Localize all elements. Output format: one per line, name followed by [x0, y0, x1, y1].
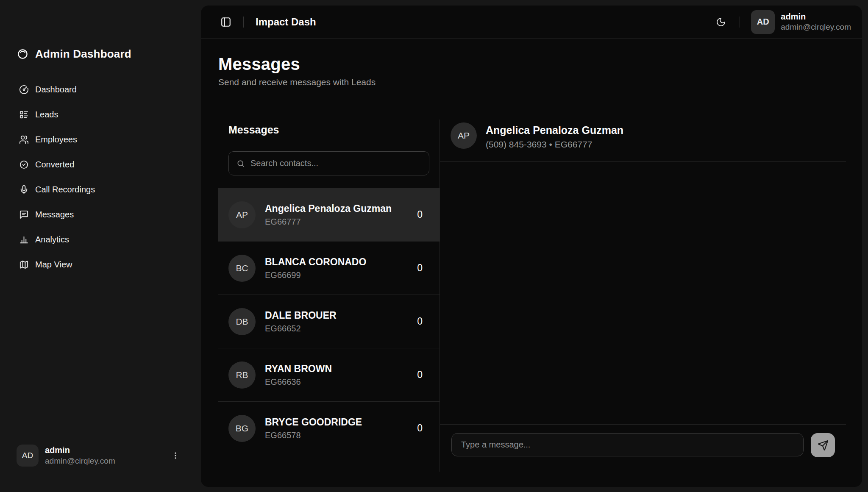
sidebar-item-label: Leads — [35, 110, 58, 120]
chat-panel: AP Angelica Penaloza Guzman (509) 845-36… — [440, 120, 846, 472]
contact-code: EG66777 — [265, 217, 392, 227]
sidebar-item-label: Map View — [35, 260, 72, 270]
main-panel: Impact Dash AD admin admin@cirqley.com M… — [201, 6, 862, 487]
kebab-menu-icon[interactable] — [169, 449, 182, 462]
contact-row[interactable]: AP Angelica Penaloza Guzman EG66777 0 — [218, 188, 440, 242]
topbar-divider — [740, 17, 740, 28]
sidebar-item-label: Call Recordings — [35, 185, 95, 195]
contact-code: EG66636 — [265, 377, 332, 387]
contact-name: Angelica Penaloza Guzman — [265, 203, 392, 214]
chat-header: AP Angelica Penaloza Guzman (509) 845-36… — [440, 120, 846, 162]
sidebar-nav: Dashboard Leads Employees Converted Call… — [0, 77, 201, 277]
topbar-user-email: admin@cirqley.com — [781, 22, 851, 32]
contact-code: EG66652 — [265, 324, 337, 334]
contact-text: BLANCA CORONADO EG66699 — [265, 256, 366, 280]
sidebar-user-email: admin@cirqley.com — [45, 456, 115, 466]
send-icon — [818, 440, 829, 451]
contact-row[interactable]: DB DALE BROUER EG66652 0 — [218, 295, 440, 348]
dark-mode-toggle-icon[interactable] — [713, 14, 729, 30]
list-icon — [19, 110, 29, 120]
contact-text: BRYCE GOODRIDGE EG66578 — [265, 417, 362, 440]
avatar[interactable]: AD — [751, 10, 775, 34]
message-square-icon — [19, 210, 29, 220]
users-icon — [19, 135, 29, 145]
sidebar-item-converted[interactable]: Converted — [0, 152, 201, 177]
sidebar-user-text: admin admin@cirqley.com — [45, 445, 115, 466]
avatar: RB — [228, 361, 256, 389]
sidebar-item-analytics[interactable]: Analytics — [0, 227, 201, 252]
search-input[interactable] — [250, 158, 421, 168]
contact-code: EG66699 — [265, 270, 366, 280]
chat-message-list — [440, 162, 846, 424]
bar-chart-icon — [19, 235, 29, 245]
unread-count: 0 — [417, 209, 423, 220]
message-input[interactable] — [451, 433, 804, 456]
contact-row[interactable]: RB RYAN BROWN EG66636 0 — [218, 348, 440, 402]
sidebar-item-leads[interactable]: Leads — [0, 102, 201, 127]
contact-list: AP Angelica Penaloza Guzman EG66777 0 BC… — [218, 188, 440, 455]
sidebar-item-messages[interactable]: Messages — [0, 202, 201, 227]
contacts-search — [228, 151, 429, 175]
contact-name: BRYCE GOODRIDGE — [265, 417, 362, 428]
search-icon — [236, 159, 245, 168]
contact-name: RYAN BROWN — [265, 363, 332, 375]
page-title: Messages — [218, 55, 862, 74]
sidebar-title: Admin Dashboard — [35, 47, 131, 61]
messages-area: Messages AP Angelica Penaloza Guzman EG6… — [218, 120, 846, 472]
microphone-icon — [19, 185, 29, 195]
sidebar-item-employees[interactable]: Employees — [0, 127, 201, 152]
page-header: Messages Send and receive messages with … — [201, 39, 862, 87]
unread-count: 0 — [417, 262, 423, 274]
contact-code: EG66578 — [265, 431, 362, 440]
app-logo-icon — [17, 48, 28, 60]
contact-text: RYAN BROWN EG66636 — [265, 363, 332, 387]
contact-row[interactable]: BG BRYCE GOODRIDGE EG66578 0 — [218, 402, 440, 455]
contacts-panel: Messages AP Angelica Penaloza Guzman EG6… — [218, 120, 440, 472]
app-title: Impact Dash — [256, 16, 316, 28]
avatar: BG — [228, 415, 256, 442]
contact-name: DALE BROUER — [265, 310, 337, 321]
sidebar-item-dashboard[interactable]: Dashboard — [0, 77, 201, 102]
contact-row[interactable]: BC BLANCA CORONADO EG66699 0 — [218, 242, 440, 295]
sidebar-user-name: admin — [45, 445, 115, 455]
sidebar-item-label: Employees — [35, 135, 77, 145]
sidebar-user: AD admin admin@cirqley.com — [0, 445, 201, 467]
avatar: DB — [228, 308, 256, 335]
avatar: AD — [17, 445, 39, 467]
avatar: AP — [451, 122, 477, 149]
sidebar-header: Admin Dashboard — [17, 47, 201, 61]
check-circle-icon — [19, 160, 29, 170]
chat-composer — [440, 424, 846, 472]
gauge-icon — [19, 85, 29, 95]
topbar-user-text: admin admin@cirqley.com — [781, 12, 851, 32]
page-subtitle: Send and receive messages with Leads — [218, 77, 862, 87]
send-button[interactable] — [811, 433, 835, 457]
avatar: AP — [228, 201, 256, 228]
sidebar-item-map-view[interactable]: Map View — [0, 252, 201, 277]
sidebar-item-label: Dashboard — [35, 85, 77, 95]
topbar: Impact Dash AD admin admin@cirqley.com — [201, 6, 862, 39]
topbar-divider — [243, 17, 244, 28]
map-icon — [19, 260, 29, 270]
chat-contact-phone: (509) 845-3693 • EG66777 — [486, 139, 623, 150]
chat-contact-name: Angelica Penaloza Guzman — [486, 124, 623, 136]
sidebar-item-call-recordings[interactable]: Call Recordings — [0, 177, 201, 202]
unread-count: 0 — [417, 369, 423, 381]
contacts-heading: Messages — [228, 124, 429, 136]
avatar: BC — [228, 255, 256, 282]
topbar-user-name: admin — [781, 12, 851, 22]
sidebar-item-label: Converted — [35, 160, 74, 170]
contact-name: BLANCA CORONADO — [265, 256, 366, 268]
sidebar-item-label: Messages — [35, 210, 74, 220]
sidebar: Admin Dashboard Dashboard Leads Employee… — [0, 0, 201, 492]
unread-count: 0 — [417, 423, 423, 434]
contact-text: DALE BROUER EG66652 — [265, 310, 337, 334]
sidebar-item-label: Analytics — [35, 235, 69, 245]
sidebar-toggle-icon[interactable] — [220, 17, 231, 28]
contact-text: Angelica Penaloza Guzman EG66777 — [265, 203, 392, 227]
chat-contact-text: Angelica Penaloza Guzman (509) 845-3693 … — [486, 124, 623, 150]
unread-count: 0 — [417, 316, 423, 327]
